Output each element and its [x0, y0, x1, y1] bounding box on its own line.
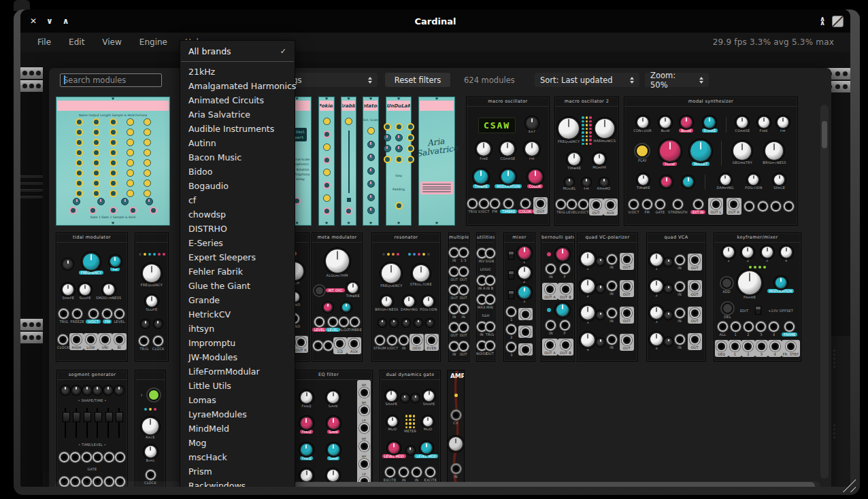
chevron-down-icon[interactable]: ∨: [46, 17, 53, 25]
zoom-select[interactable]: Zoom: 50%: [645, 73, 709, 87]
module-module[interactable]: ♥Gates Output Length Sample & Hold Fortu…: [56, 97, 170, 226]
brand-menu-item[interactable]: LifeFormModular: [180, 364, 295, 379]
knob: [93, 139, 100, 146]
brand-menu-item[interactable]: Mog: [180, 436, 295, 450]
brand-menu-item[interactable]: HetrickCV: [180, 307, 295, 322]
brand-menu-item[interactable]: Bogaudio: [180, 179, 295, 193]
brand-menu-item[interactable]: Amalgamated Harmonics: [180, 79, 295, 93]
slider[interactable]: [116, 408, 122, 438]
module-segment-generator[interactable]: segment generator• SHAPE/TIME •• TIME/LE…: [56, 370, 128, 487]
brand-menu-item[interactable]: cf: [180, 193, 295, 207]
brand-menu-item[interactable]: JW-Modules: [180, 350, 295, 364]
brand-menu-item[interactable]: E-Series: [180, 236, 295, 250]
module-mixer[interactable]: mixer123123: [503, 233, 535, 362]
widget-label: OUT: [691, 292, 699, 296]
slider[interactable]: [84, 408, 90, 438]
module-quad-vc-polarizer[interactable]: quad VC-polarizer1INOUT2INOUT3INOUT4INOU…: [577, 233, 638, 362]
module-meta-modulator[interactable]: meta modulatorALGORITHMINT. OSCTIMBRELEV…: [312, 233, 363, 362]
chevron-up-icon[interactable]: ∧: [63, 17, 69, 25]
switch[interactable]: [508, 290, 514, 299]
brand-menu-item[interactable]: mscHack: [180, 450, 295, 464]
brand-menu-item[interactable]: Aria Salvatrice: [180, 107, 295, 122]
module-undular[interactable]: ♥UnDuLaRStepPadding♥: [386, 97, 412, 226]
port: LEVEL: [313, 317, 326, 332]
brand-menu-item[interactable]: Rackwindows: [180, 479, 295, 487]
slider[interactable]: [105, 408, 112, 438]
horizontal-scrollbar[interactable]: [54, 481, 820, 487]
slider-handle[interactable]: [116, 412, 123, 422]
switch[interactable]: [508, 271, 514, 279]
slider-handle[interactable]: [105, 412, 113, 422]
vertical-scrollbar[interactable]: [820, 105, 829, 479]
led: [153, 253, 156, 256]
brand-menu-item[interactable]: MindMeld: [180, 421, 295, 436]
slider[interactable]: [73, 408, 79, 438]
sort-select[interactable]: Sort: Last updated: [535, 73, 639, 87]
module-multiples[interactable]: multiplesIN1:3OUTOUTOUTOUTININOUTOUTINOU…: [448, 233, 469, 362]
module-resonator[interactable]: resonatorFREQUENCYSTRUCTUREBRIGHTNESSDAM…: [371, 233, 441, 362]
brand-menu-item[interactable]: DISTRHO: [180, 222, 295, 236]
module-eq-filter[interactable]: EQ filterFREQGAINFREQGAINFREQGAINHPBPLPH…: [284, 370, 373, 487]
module-body: [319, 111, 334, 222]
brand-menu-item[interactable]: 21kHz: [180, 65, 295, 79]
module-quad-vca[interactable]: quad VCA1INOUT2INOUT3INOUT4INOUT: [646, 233, 706, 362]
brand-menu-item[interactable]: Impromptu: [180, 336, 295, 350]
brand-menu-item[interactable]: ihtsyn: [180, 322, 295, 336]
slider-handle[interactable]: [95, 412, 102, 422]
brand-menu-item[interactable]: Grande: [180, 293, 295, 307]
module-module[interactable]: tRATEBIASCLOCK: [135, 370, 166, 487]
brand-menu-item[interactable]: Prism: [180, 464, 295, 479]
port: OUT: [620, 253, 634, 270]
brand-menu-item[interactable]: chowdsp: [180, 207, 295, 222]
module-rotatoes[interactable]: ♥RotatoesExt. Scale♥: [363, 97, 379, 226]
brand-menu-item[interactable]: Bidoo: [180, 165, 295, 179]
module-module[interactable]: FREQUENCYSLOPETRIGCLOCK: [135, 233, 169, 362]
host-icon[interactable]: [832, 16, 844, 27]
brand-menu-item[interactable]: Animated Circuits: [180, 93, 295, 107]
module-pokies[interactable]: ♥Pokies♥: [318, 97, 335, 226]
search-input[interactable]: [60, 73, 162, 87]
menu-file[interactable]: File: [20, 37, 60, 47]
module-macro-oscillator[interactable]: macro oscillatorCSAWEXTFINECOARSEFMTIMBR…: [466, 97, 550, 226]
slider[interactable]: [63, 408, 69, 438]
module-amp[interactable]: AMPCVIN: [447, 370, 465, 487]
module-utilities[interactable]: utilitiesINVSIGNLOGICIN AIN BMAXMINS&HIN…: [476, 233, 495, 362]
slider-handle[interactable]: [84, 412, 91, 422]
module-keyframer-mixer[interactable]: keyframer/mixer1234ADDFRAMEMODULATIONDEL…: [714, 233, 801, 362]
slider-handle[interactable]: [73, 412, 80, 422]
vertical-scrollbar-thumb[interactable]: [822, 121, 827, 148]
brand-menu-item[interactable]: Expert Sleepers: [180, 250, 295, 264]
fader-handle[interactable]: [347, 198, 351, 202]
brand-menu-item[interactable]: Fehler Fabrik: [180, 264, 295, 279]
reset-filters-button[interactable]: Reset filters: [385, 73, 450, 87]
collapse-all-icon[interactable]: ∧∧: [820, 17, 825, 25]
slider[interactable]: [95, 408, 101, 438]
port: [313, 341, 323, 351]
brand-menu-selected[interactable]: All brands ✓: [180, 44, 295, 58]
menu-view[interactable]: View: [93, 37, 130, 47]
brand-menu-item[interactable]: Glue the Giant: [180, 279, 295, 293]
module-name: [135, 233, 168, 243]
module-macro-oscillator-2[interactable]: macro oscillator 2FREQUENCYHARMONICSTIMB…: [554, 97, 619, 226]
switch[interactable]: [508, 251, 514, 260]
menu-engine[interactable]: Engine: [131, 37, 176, 47]
brand-menu-item[interactable]: Lomas: [180, 393, 295, 407]
module-module[interactable]: ♥AriaSalvatrice♥: [418, 97, 455, 226]
brand-menu-item[interactable]: Little Utils: [180, 379, 295, 393]
module-dual-dynamics-gate[interactable]: dual dynamics gateSHAPESHAPEMODMETERMODL…: [380, 370, 441, 487]
horizontal-scrollbar-thumb[interactable]: [293, 482, 815, 487]
knob: [144, 118, 151, 126]
brand-menu-item[interactable]: Audible Instruments: [180, 122, 295, 136]
brand-menu-item[interactable]: LyraeModules: [180, 407, 295, 421]
module-modal-synthesizer[interactable]: modal synthesizerCONTOURBOWBLOWSTRIKECOA…: [624, 97, 798, 226]
menu-edit[interactable]: Edit: [60, 37, 93, 47]
slider-handle[interactable]: [63, 412, 70, 422]
widget-row: [58, 408, 127, 438]
module-bernoulli-gate[interactable]: bernoulli gateINPOUT AOUT BINPOUT AOUT B: [541, 233, 575, 362]
module-grabby[interactable]: ♥Grabby♥: [341, 97, 356, 226]
close-icon[interactable]: ✕: [30, 17, 37, 25]
module-tidal-modulator[interactable]: tidal modulatorFREQUENCYFMSHAPESLOPESMOO…: [56, 233, 128, 362]
switch[interactable]: [755, 306, 761, 315]
brand-menu-item[interactable]: Bacon Music: [180, 150, 295, 165]
brand-menu-item[interactable]: Autinn: [180, 136, 295, 150]
